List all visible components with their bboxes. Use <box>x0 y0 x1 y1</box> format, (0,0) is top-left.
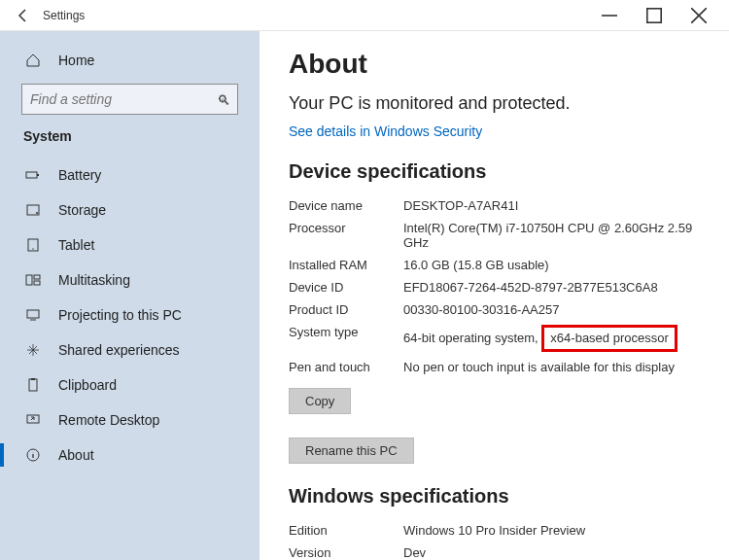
system-header: System <box>0 128 260 144</box>
maximize-icon <box>646 8 662 23</box>
arrow-left-icon <box>16 8 31 23</box>
sidebar-item-label: Clipboard <box>58 377 117 393</box>
home-label: Home <box>58 52 94 68</box>
search-icon: 🔍︎ <box>217 92 230 108</box>
about-icon <box>23 447 43 463</box>
spec-ram: Installed RAM 16.0 GB (15.8 GB usable) <box>289 254 700 276</box>
sidebar-item-remote[interactable]: Remote Desktop <box>0 402 260 438</box>
settings-window: Settings Home 🔍︎ System Battery <box>0 0 729 560</box>
spec-edition: Edition Windows 10 Pro Insider Preview <box>289 519 700 542</box>
page-title: About <box>289 49 700 80</box>
svg-rect-13 <box>27 415 39 423</box>
sidebar-item-label: Storage <box>58 202 106 218</box>
maximize-button[interactable] <box>632 0 677 31</box>
spec-value: Windows 10 Pro Insider Preview <box>403 523 700 538</box>
protected-status: Your PC is monitored and protected. <box>289 93 700 114</box>
spec-version: Version Dev <box>289 542 700 560</box>
shared-icon <box>23 342 43 358</box>
remote-icon <box>23 412 43 428</box>
sidebar-item-label: Remote Desktop <box>58 412 159 428</box>
search-wrap: 🔍︎ <box>0 78 260 124</box>
sidebar-item-clipboard[interactable]: Clipboard <box>0 368 260 402</box>
svg-point-4 <box>36 212 38 214</box>
spec-label: Device ID <box>289 280 403 295</box>
svg-rect-9 <box>34 281 40 285</box>
sidebar-item-label: About <box>58 447 94 463</box>
sidebar-item-shared[interactable]: Shared experiences <box>0 332 260 368</box>
sidebar-item-label: Battery <box>58 167 101 183</box>
back-button[interactable] <box>8 0 39 31</box>
security-link[interactable]: See details in Windows Security <box>289 123 700 139</box>
svg-rect-10 <box>27 310 39 318</box>
spec-value: Dev <box>403 545 700 560</box>
spec-value: EFD18067-7264-452D-8797-2B77E513C6A8 <box>403 280 700 295</box>
spec-device-id: Device ID EFD18067-7264-452D-8797-2B77E5… <box>289 276 700 298</box>
spec-label: Product ID <box>289 302 403 317</box>
sidebar-item-label: Projecting to this PC <box>58 307 182 323</box>
spec-label: Processor <box>289 221 403 250</box>
spec-value: DESKTOP-A7AR41I <box>403 198 700 213</box>
sidebar-item-storage[interactable]: Storage <box>0 192 260 228</box>
multitasking-icon <box>23 272 43 288</box>
system-type-os: 64-bit operating system, <box>403 331 538 345</box>
spec-processor: Processor Intel(R) Core(TM) i7-10750H CP… <box>289 217 700 254</box>
minimize-icon <box>602 8 617 23</box>
home-nav[interactable]: Home <box>0 43 260 78</box>
close-icon <box>691 8 707 23</box>
content-area: About Your PC is monitored and protected… <box>260 31 729 560</box>
copy-button[interactable]: Copy <box>289 388 351 414</box>
window-title: Settings <box>43 9 85 22</box>
spec-label: System type <box>289 325 403 352</box>
spec-label: Installed RAM <box>289 258 403 272</box>
sidebar-item-tablet[interactable]: Tablet <box>0 228 260 262</box>
close-button[interactable] <box>677 0 721 31</box>
spec-value: Intel(R) Core(TM) i7-10750H CPU @ 2.60GH… <box>403 221 700 250</box>
spec-value: 00330-80100-30316-AA257 <box>403 302 700 317</box>
spec-value: 64-bit operating system, x64-based proce… <box>403 325 700 352</box>
clipboard-icon <box>23 377 43 393</box>
svg-rect-12 <box>31 378 35 380</box>
svg-rect-1 <box>26 172 37 178</box>
sidebar: Home 🔍︎ System Battery Storage Tablet <box>0 31 260 560</box>
device-spec-heading: Device specifications <box>289 160 700 183</box>
svg-rect-0 <box>647 8 661 21</box>
spec-system-type: System type 64-bit operating system, x64… <box>289 321 700 356</box>
svg-rect-2 <box>37 174 39 176</box>
svg-point-6 <box>32 248 33 249</box>
sidebar-item-label: Shared experiences <box>58 342 180 358</box>
sidebar-item-about[interactable]: About <box>0 438 260 472</box>
spec-label: Version <box>289 545 403 560</box>
titlebar: Settings <box>0 0 729 31</box>
sidebar-item-projecting[interactable]: Projecting to this PC <box>0 298 260 332</box>
spec-label: Device name <box>289 198 403 213</box>
spec-value: No pen or touch input is available for t… <box>403 360 700 374</box>
rename-pc-button[interactable]: Rename this PC <box>289 438 414 464</box>
svg-rect-11 <box>29 379 37 391</box>
spec-value: 16.0 GB (15.8 GB usable) <box>403 258 700 272</box>
battery-icon <box>23 167 43 183</box>
spec-label: Edition <box>289 523 403 538</box>
svg-rect-8 <box>34 275 40 279</box>
spec-label: Pen and touch <box>289 360 403 374</box>
sidebar-item-battery[interactable]: Battery <box>0 158 260 192</box>
home-icon <box>23 52 43 68</box>
sidebar-item-label: Multitasking <box>58 272 130 288</box>
spec-device-name: Device name DESKTOP-A7AR41I <box>289 194 700 217</box>
search-input[interactable] <box>21 84 238 115</box>
svg-rect-7 <box>26 275 32 285</box>
spec-pen-touch: Pen and touch No pen or touch input is a… <box>289 356 700 378</box>
projecting-icon <box>23 307 43 323</box>
sidebar-item-multitasking[interactable]: Multitasking <box>0 262 260 298</box>
minimize-button[interactable] <box>587 0 632 31</box>
storage-icon <box>23 202 43 218</box>
windows-spec-heading: Windows specifications <box>289 485 700 508</box>
tablet-icon <box>23 237 43 253</box>
system-type-processor-highlight: x64-based processor <box>541 325 677 352</box>
window-controls <box>587 0 721 31</box>
sidebar-item-label: Tablet <box>58 237 94 253</box>
spec-product-id: Product ID 00330-80100-30316-AA257 <box>289 298 700 321</box>
